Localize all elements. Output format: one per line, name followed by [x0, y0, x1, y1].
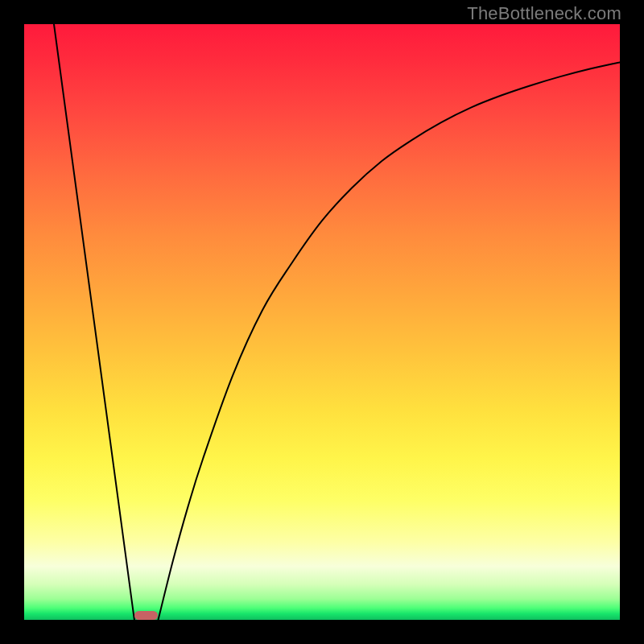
watermark-text: TheBottleneck.com — [467, 3, 621, 24]
plot-area — [24, 24, 620, 620]
bottleneck-curve — [24, 24, 620, 620]
chart-frame: TheBottleneck.com — [0, 0, 644, 644]
optimum-marker — [134, 611, 159, 620]
curve-left-segment — [54, 24, 134, 620]
curve-right-segment — [159, 62, 621, 620]
